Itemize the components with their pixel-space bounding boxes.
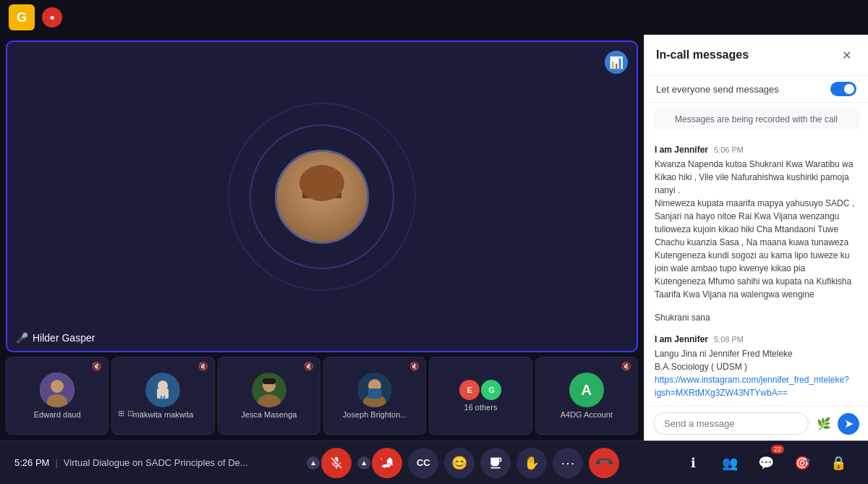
chat-badge: 22 bbox=[771, 445, 784, 454]
mic-options-button[interactable]: ▲ bbox=[307, 457, 320, 470]
avatar-jesca bbox=[252, 373, 286, 407]
shukrani-text: Shukrani sana bbox=[655, 313, 858, 323]
svg-point-1 bbox=[51, 380, 64, 393]
mute-icon-edward: 🔇 bbox=[92, 362, 102, 371]
app-logo: G bbox=[9, 4, 35, 30]
messages-body: I am Jennifer 5:06 PM Kwanza Napenda kut… bbox=[644, 136, 868, 406]
name-jesca: Jesca Masenga bbox=[218, 410, 320, 419]
mini-avatar-2: G bbox=[481, 380, 501, 400]
mic-group: ▲ bbox=[307, 448, 352, 478]
msg-sender-2: I am Jennifer bbox=[655, 334, 708, 344]
panel-header: In-call messages ✕ bbox=[644, 35, 868, 76]
video-button[interactable] bbox=[372, 448, 402, 478]
msg-time-2: 5:08 PM bbox=[714, 335, 744, 344]
send-icon-group: 🌿 ➤ bbox=[813, 413, 859, 435]
main-participant-label: 🎤 Hilder Gasper bbox=[16, 332, 95, 344]
recording-badge: ● bbox=[42, 7, 62, 27]
participant-tile-makwita[interactable]: 🔇 M ⊞ ⊡ ⋯ makwita makwita bbox=[111, 357, 214, 435]
captions-button[interactable]: CC bbox=[408, 448, 438, 478]
bottom-bar: 5:26 PM | Virtual Dialogue on SADC Princ… bbox=[0, 441, 868, 484]
bottom-right-controls: ℹ 👥 💬 22 🎯 🔒 bbox=[678, 448, 854, 478]
video-group: ▲ bbox=[357, 448, 402, 478]
message-block-shukrani: Shukrani sana bbox=[655, 313, 858, 323]
speaker-activity-icon: 📊 bbox=[605, 51, 628, 74]
participant-strip: 🔇 Edward daud 🔇 bbox=[6, 357, 638, 435]
emoji-send-button[interactable]: 🌿 bbox=[813, 413, 835, 435]
main-video: 📊 🎤 Hilder Gasper bbox=[6, 41, 638, 352]
message-block-2: I am Jennifer 5:08 PM Langu Jina ni Jenn… bbox=[655, 334, 858, 399]
mini-avatar-1: E bbox=[459, 380, 480, 400]
people-button[interactable]: 👥 bbox=[715, 448, 745, 478]
panel-title: In-call messages bbox=[656, 48, 749, 61]
name-others: 16 others bbox=[430, 403, 531, 412]
msg-header-2: I am Jennifer 5:08 PM bbox=[655, 334, 858, 344]
info-button[interactable]: ℹ bbox=[678, 448, 709, 478]
messages-panel: In-call messages ✕ Let everyone send mes… bbox=[644, 35, 868, 441]
participant-tile-a4dg[interactable]: 🔇 A A4DG Account bbox=[535, 357, 638, 435]
msg-text-2: Langu Jina ni Jennifer Fred Mteleke B.A.… bbox=[655, 347, 858, 399]
main-area: 📊 🎤 Hilder Gasper 🔇 Edward daud bbox=[0, 35, 868, 441]
avatar-makwita: M bbox=[145, 373, 180, 407]
send-toggle[interactable] bbox=[830, 82, 856, 96]
meeting-name: Virtual Dialogue on SADC Principles of D… bbox=[64, 457, 248, 468]
svg-text:M: M bbox=[161, 394, 166, 402]
msg-time-1: 5:06 PM bbox=[714, 145, 744, 154]
activities-button[interactable]: 🎯 bbox=[787, 448, 817, 478]
msg-text-1: Kwanza Napenda kutoa Shukrani Kwa Warati… bbox=[655, 158, 858, 301]
more-options-button[interactable]: ⋯ bbox=[553, 448, 583, 478]
video-area: 📊 🎤 Hilder Gasper 🔇 Edward daud bbox=[0, 35, 644, 441]
name-edward: Edward daud bbox=[7, 410, 108, 419]
participant-tile-others[interactable]: E G 16 others bbox=[429, 357, 532, 435]
bottom-left: 5:26 PM | Virtual Dialogue on SADC Princ… bbox=[14, 457, 248, 468]
mic-muted-icon: 🎤 bbox=[16, 332, 28, 344]
video-options-button[interactable]: ▲ bbox=[357, 457, 370, 470]
raise-hand-button[interactable]: ✋ bbox=[516, 448, 547, 478]
msg-header-1: I am Jennifer 5:06 PM bbox=[655, 145, 858, 155]
message-input[interactable] bbox=[653, 412, 809, 435]
group-avatars: E G bbox=[459, 380, 501, 400]
close-panel-button[interactable]: ✕ bbox=[836, 45, 856, 65]
message-input-row: 🌿 ➤ bbox=[644, 406, 868, 441]
mute-icon-makwita: 🔇 bbox=[198, 362, 208, 371]
send-button[interactable]: ➤ bbox=[838, 413, 859, 435]
participant-tile-edward[interactable]: 🔇 Edward daud bbox=[6, 357, 109, 435]
main-participant-name: Hilder Gasper bbox=[33, 332, 95, 344]
send-toggle-row: Let everyone send messages bbox=[644, 76, 868, 103]
lock-button[interactable]: 🔒 bbox=[823, 448, 854, 478]
avatar-face bbox=[277, 152, 367, 242]
top-bar: G ● bbox=[0, 0, 868, 35]
svg-rect-14 bbox=[368, 389, 381, 399]
message-block-1: I am Jennifer 5:06 PM Kwanza Napenda kut… bbox=[655, 145, 858, 301]
name-joseph: Joseph Brighton... bbox=[324, 410, 425, 419]
svg-point-5 bbox=[158, 381, 168, 391]
bottom-center-controls: ▲ ▲ CC 😊 ✋ bbox=[307, 448, 619, 478]
chat-badge-wrap: 💬 22 bbox=[751, 448, 781, 478]
mute-icon-joseph: 🔇 bbox=[409, 362, 420, 371]
name-a4dg: A4DG Account bbox=[536, 410, 637, 419]
separator: | bbox=[55, 457, 57, 468]
recording-notice: Messages are being recorded with the cal… bbox=[653, 109, 859, 130]
present-button[interactable] bbox=[480, 448, 511, 478]
mute-icon-jesca: 🔇 bbox=[304, 362, 314, 371]
current-time: 5:26 PM bbox=[14, 457, 49, 468]
send-toggle-label: Let everyone send messages bbox=[656, 84, 779, 95]
participant-tile-jesca[interactable]: 🔇 Jesca Masenga bbox=[218, 357, 320, 435]
instagram-link[interactable]: https://www.instagram.com/jennifer_fred_… bbox=[655, 375, 849, 398]
avatar-joseph bbox=[357, 373, 392, 407]
mute-button[interactable] bbox=[321, 448, 352, 478]
avatar-edward bbox=[40, 373, 75, 407]
svg-rect-10 bbox=[263, 378, 276, 384]
avatar-a4dg: A bbox=[569, 373, 604, 407]
end-call-button[interactable]: 📞 bbox=[583, 441, 626, 484]
emoji-button[interactable]: 😊 bbox=[444, 448, 475, 478]
participant-tile-joseph[interactable]: 🔇 Joseph Brighton... bbox=[323, 357, 426, 435]
mute-icon-a4dg: 🔇 bbox=[621, 362, 631, 371]
msg-sender-1: I am Jennifer bbox=[655, 145, 708, 155]
